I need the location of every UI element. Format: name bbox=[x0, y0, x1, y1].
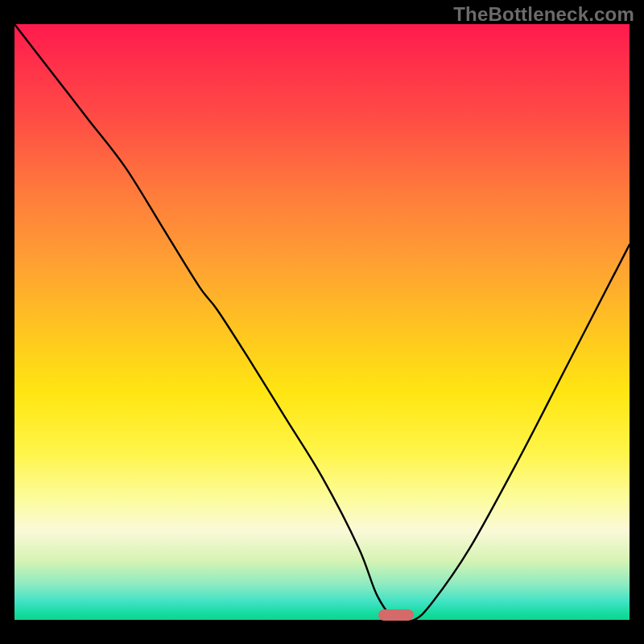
curve-layer bbox=[14, 24, 630, 620]
chart-frame: TheBottleneck.com bbox=[0, 0, 644, 644]
optimal-marker bbox=[378, 609, 414, 621]
watermark-text: TheBottleneck.com bbox=[453, 3, 634, 26]
plot-area bbox=[14, 24, 630, 620]
bottleneck-curve bbox=[14, 24, 630, 620]
